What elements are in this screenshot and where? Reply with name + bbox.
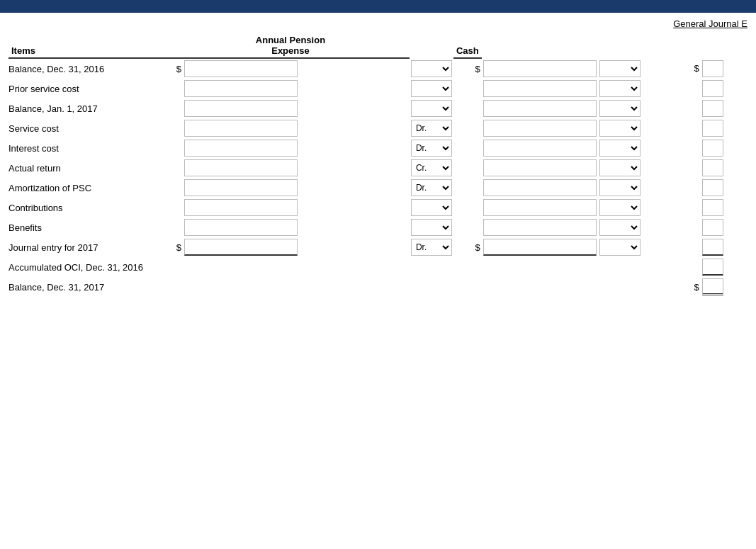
last-input[interactable] (702, 120, 723, 137)
cash-select[interactable]: Dr.Cr. (599, 199, 641, 216)
expense-input-cell (183, 237, 410, 257)
expense-input[interactable] (184, 179, 298, 196)
expense-input[interactable] (184, 199, 298, 216)
cash-input-cell (482, 257, 598, 277)
cash-select-cell (598, 277, 684, 297)
general-journal-link[interactable]: General Journal E (673, 18, 747, 29)
expense-dollar-sign (171, 98, 183, 118)
expense-select[interactable]: Dr.Cr. (411, 100, 452, 117)
expense-select-cell: Dr.Cr. (410, 58, 453, 79)
cash-select-cell: Dr.Cr. (598, 178, 684, 198)
page-wrapper: General Journal E Items Annual Pension E… (0, 0, 756, 549)
cash-input[interactable] (483, 60, 597, 77)
last-input[interactable] (702, 219, 723, 236)
expense-dollar-sign (171, 138, 183, 158)
table-row: BenefitsDr.Cr.Dr.Cr. (9, 217, 747, 237)
cash-input-cell (482, 118, 598, 138)
cash-input[interactable] (483, 100, 597, 117)
last-input-cell (701, 98, 747, 118)
table-row: Actual returnDr.Cr.Dr.Cr. (9, 158, 747, 178)
expense-select[interactable]: Dr.Cr. (411, 60, 452, 77)
cash-select[interactable]: Dr.Cr. (599, 120, 641, 137)
expense-input-cell (183, 277, 410, 297)
last-input[interactable] (702, 259, 723, 276)
cash-select[interactable]: Dr.Cr. (599, 60, 641, 77)
last-input[interactable] (702, 179, 723, 196)
expense-select[interactable]: Dr.Cr. (411, 140, 452, 157)
last-dollar-sign (689, 198, 701, 217)
last-dollar-sign: $ (689, 58, 701, 79)
last-input-cell (701, 158, 747, 178)
last-input[interactable] (702, 60, 723, 77)
cash-input[interactable] (483, 120, 597, 137)
expense-dollar-sign (171, 118, 183, 138)
row-label: Accumulated OCI, Dec. 31, 2016 (9, 257, 171, 277)
cash-input[interactable] (483, 140, 597, 157)
expense-select[interactable]: Dr.Cr. (411, 179, 452, 196)
last-input-cell (701, 118, 747, 138)
last-input[interactable] (702, 100, 723, 117)
table-row: Amortization of PSCDr.Cr.Dr.Cr. (9, 178, 747, 198)
cash-input-cell (482, 277, 598, 297)
expense-input[interactable] (184, 159, 298, 176)
last-input[interactable] (702, 140, 723, 157)
cash-select-cell: Dr.Cr. (598, 98, 684, 118)
expense-dollar-sign (171, 217, 183, 237)
expense-dollar-sign: $ (171, 58, 183, 79)
last-input[interactable] (702, 278, 723, 295)
last-dollar-sign (689, 118, 701, 138)
cash-select[interactable]: Dr.Cr. (599, 179, 641, 196)
cash-dollar-sign (463, 277, 482, 297)
cash-input[interactable] (483, 159, 597, 176)
expense-input[interactable] (184, 60, 298, 77)
expense-input[interactable] (184, 120, 298, 137)
expense-select-cell: Dr.Cr. (410, 178, 453, 198)
expense-select-cell: Dr.Cr. (410, 198, 453, 217)
expense-select[interactable]: Dr.Cr. (411, 219, 452, 236)
cash-select[interactable]: Dr.Cr. (599, 100, 641, 117)
cash-dollar-sign: $ (463, 237, 482, 257)
last-input[interactable] (702, 159, 723, 176)
cash-dollar-sign (463, 118, 482, 138)
last-input-cell (701, 79, 747, 98)
cash-select[interactable]: Dr.Cr. (599, 239, 641, 256)
last-input[interactable] (702, 80, 723, 97)
row-label: Balance, Dec. 31, 2017 (9, 277, 171, 297)
expense-input[interactable] (184, 80, 298, 97)
expense-input-cell (183, 98, 410, 118)
last-input-cell (701, 198, 747, 217)
cash-dollar-sign (463, 158, 482, 178)
cash-input[interactable] (483, 219, 597, 236)
cash-select-cell (598, 257, 684, 277)
row-label: Journal entry for 2017 (9, 237, 171, 257)
cash-select[interactable]: Dr.Cr. (599, 80, 641, 97)
last-input[interactable] (702, 199, 723, 216)
cash-input[interactable] (483, 199, 597, 216)
expense-input[interactable] (184, 219, 298, 236)
table-row: Balance, Jan. 1, 2017Dr.Cr.Dr.Cr. (9, 98, 747, 118)
last-input-cell (701, 217, 747, 237)
expense-select[interactable]: Dr.Cr. (411, 80, 452, 97)
expense-select[interactable]: Dr.Cr. (411, 159, 452, 176)
cash-select-cell: Dr.Cr. (598, 198, 684, 217)
expense-select[interactable]: Dr.Cr. (411, 120, 452, 137)
expense-dollar-sign (171, 79, 183, 98)
expense-input-cell (183, 118, 410, 138)
cash-input[interactable] (483, 239, 597, 256)
last-input[interactable] (702, 239, 723, 256)
cash-select[interactable]: Dr.Cr. (599, 140, 641, 157)
expense-input-cell (183, 178, 410, 198)
cash-select[interactable]: Dr.Cr. (599, 219, 641, 236)
cash-select-cell: Dr.Cr. (598, 118, 684, 138)
cash-select[interactable]: Dr.Cr. (599, 159, 641, 176)
row-label: Interest cost (9, 138, 171, 158)
expense-select[interactable]: Dr.Cr. (411, 199, 452, 216)
cash-input-cell (482, 158, 598, 178)
cash-input[interactable] (483, 179, 597, 196)
expense-input-cell (183, 58, 410, 79)
expense-input[interactable] (184, 100, 298, 117)
expense-input[interactable] (184, 239, 298, 256)
expense-input[interactable] (184, 140, 298, 157)
expense-select[interactable]: Dr.Cr. (411, 239, 452, 256)
cash-input[interactable] (483, 80, 597, 97)
